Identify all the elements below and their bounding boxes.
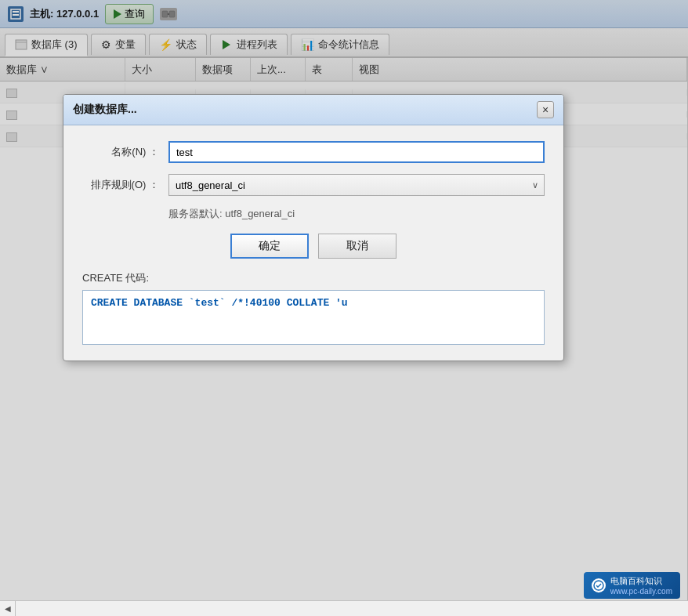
server-default-text: 服务器默认: utf8_general_ci <box>168 207 545 221</box>
dialog-title: 创建数据库... <box>73 103 137 117</box>
collation-label: 排序规则(O) ： <box>82 178 168 192</box>
create-section: CREATE 代码: CREATE DATABASE `test` /*!401… <box>82 271 545 345</box>
watermark-url: www.pc-daily.com <box>610 587 672 596</box>
confirm-button[interactable]: 确定 <box>230 234 309 259</box>
create-code-box: CREATE DATABASE `test` /*!40100 COLLATE … <box>82 290 545 345</box>
watermark: 电脑百科知识 www.pc-daily.com <box>584 572 680 599</box>
dialog-body: 名称(N) ： 排序规则(O) ： utf8_general_ci utf8_u… <box>63 125 563 361</box>
cancel-button[interactable]: 取消 <box>318 234 397 259</box>
name-row: 名称(N) ： <box>82 141 545 163</box>
button-row: 确定 取消 <box>82 234 545 259</box>
close-button[interactable]: × <box>537 101 554 118</box>
watermark-content: 电脑百科知识 www.pc-daily.com <box>610 575 672 596</box>
dialog-overlay: 创建数据库... × 名称(N) ： 排序规则(O) ： utf8_genera… <box>0 0 688 616</box>
dialog-titlebar: 创建数据库... × <box>63 95 563 125</box>
name-input[interactable] <box>168 141 545 163</box>
name-label: 名称(N) ： <box>82 145 168 159</box>
collation-row: 排序规则(O) ： utf8_general_ci utf8_unicode_c… <box>82 174 545 196</box>
create-database-dialog: 创建数据库... × 名称(N) ： 排序规则(O) ： utf8_genera… <box>63 94 564 361</box>
collation-select-wrap: utf8_general_ci utf8_unicode_ci utf8mb4_… <box>168 174 545 196</box>
bottom-bar: ◀ <box>0 600 688 616</box>
watermark-icon <box>592 578 606 592</box>
collation-select[interactable]: utf8_general_ci utf8_unicode_ci utf8mb4_… <box>168 174 545 196</box>
close-icon: × <box>542 103 549 116</box>
create-code-label: CREATE 代码: <box>82 271 545 285</box>
watermark-site: 电脑百科知识 <box>610 575 672 587</box>
scroll-left-button[interactable]: ◀ <box>0 601 16 617</box>
